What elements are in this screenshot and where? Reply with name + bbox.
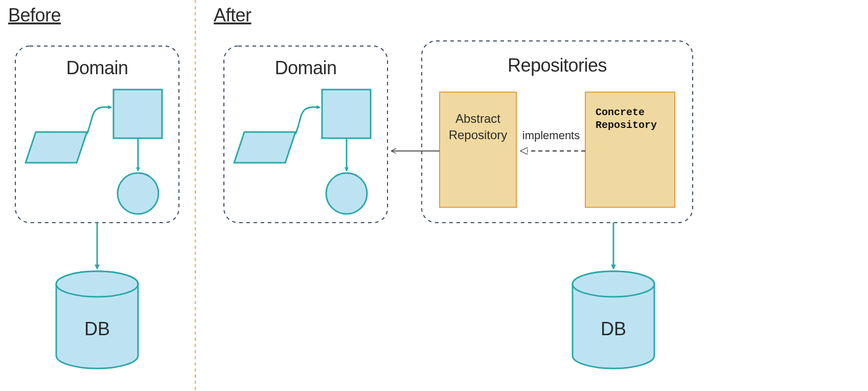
domain-shapes-after — [234, 90, 371, 214]
abstract-repo-label-2: Repository — [449, 128, 508, 142]
svg-rect-10 — [440, 92, 516, 207]
svg-point-2 — [118, 173, 158, 214]
svg-marker-1 — [26, 132, 87, 163]
db-cylinder-after: DB — [573, 271, 654, 368]
abstract-repo-label-1: Abstract — [455, 112, 500, 125]
svg-point-13 — [573, 271, 654, 297]
architecture-diagram: Before After Domain DB Domain — [0, 0, 868, 391]
domain-title-after: Domain — [275, 57, 336, 78]
svg-point-8 — [326, 173, 367, 214]
domain-title-before: Domain — [66, 57, 128, 78]
concrete-repo-label-1: Concrete — [596, 106, 645, 118]
db-label-before: DB — [84, 318, 110, 339]
abstract-repository-box: Abstract Repository — [440, 92, 516, 207]
repositories-title: Repositories — [508, 55, 607, 76]
concrete-repository-box: Concrete Repository — [585, 92, 675, 207]
db-cylinder-before: DB — [56, 271, 138, 368]
implements-label: implements — [522, 129, 580, 142]
after-heading: After — [214, 5, 252, 26]
concrete-repo-label-2: Repository — [596, 119, 657, 131]
svg-rect-6 — [322, 90, 371, 138]
domain-shapes-before — [26, 90, 162, 214]
before-heading: Before — [8, 5, 61, 26]
svg-rect-0 — [113, 90, 162, 138]
svg-marker-7 — [234, 132, 295, 163]
svg-point-5 — [56, 271, 138, 297]
db-label-after: DB — [601, 318, 626, 339]
